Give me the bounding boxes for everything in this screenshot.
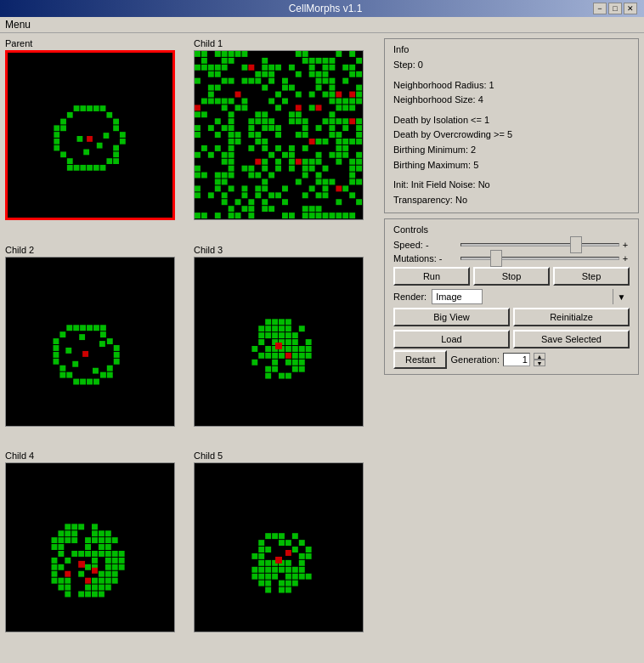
step-button[interactable]: Step [553,267,630,286]
info-neighborhood-radius: Neighborhood Radius: 1 [393,78,630,94]
controls-title: Controls [393,224,630,235]
load-button[interactable]: Load [393,330,510,348]
mutations-label: Mutations: - [393,253,457,264]
parent-label: Parent [5,38,190,48]
child1-container: Child 1 [194,38,379,241]
info-birthing-min: Birthing Minimum: 2 [393,143,630,158]
info-box: Info Step: 0 Neighborhood Radius: 1 Neig… [384,38,639,213]
generation-spinners: ▲ ▼ [534,353,545,366]
right-panel: Info Step: 0 Neighborhood Radius: 1 Neig… [384,38,639,654]
minimize-button[interactable]: − [593,3,607,14]
render-row: Render: Image Color Grayscale ▼ [393,289,630,304]
reinitialize-button[interactable]: Reinitialze [513,308,630,326]
child3-label: Child 3 [194,245,379,255]
child1-canvas[interactable] [194,50,364,220]
load-save-row: Load Save Selected [393,330,630,348]
info-death-overcrowding: Death by Overcrowding >= 5 [393,128,630,143]
child4-canvas[interactable] [5,462,175,632]
restart-generation-row: Restart Generation: ▲ ▼ [393,350,630,369]
title-bar: CellMorphs v1.1 − □ ✕ [0,0,644,17]
run-button[interactable]: Run [393,267,470,286]
render-label: Render: [393,292,427,302]
child2-canvas[interactable] [5,257,175,427]
title-bar-text: CellMorphs v1.1 [58,3,593,14]
big-view-button[interactable]: Big View [393,308,510,326]
child2-label: Child 2 [5,245,190,255]
speed-label: Speed: - [393,240,457,250]
controls-box: Controls Speed: - + Mutations: - + Run S… [384,218,639,375]
render-select-wrapper: Image Color Grayscale ▼ [432,289,630,304]
stop-button[interactable]: Stop [473,267,550,286]
generation-input[interactable] [503,353,530,366]
child5-label: Child 5 [194,450,379,461]
parent-container: Parent [5,38,190,241]
generation-down-button[interactable]: ▼ [534,360,545,366]
speed-row: Speed: - + [393,240,630,250]
child4-container: Child 4 [5,450,190,654]
close-button[interactable]: ✕ [624,3,637,14]
parent-canvas[interactable] [5,50,175,220]
mutations-plus-icon[interactable]: + [621,253,630,264]
info-init: Init: Init Field Noise: No [393,178,630,193]
speed-plus-icon[interactable]: + [621,240,630,250]
mutations-slider[interactable] [460,257,619,260]
select-arrow-icon: ▼ [613,289,630,304]
child3-container: Child 3 [194,245,379,448]
info-birthing-max: Birthing Maximum: 5 [393,158,630,173]
info-title: Info [393,44,630,54]
child5-canvas[interactable] [194,462,364,632]
generation-up-button[interactable]: ▲ [534,353,545,360]
render-select[interactable]: Image Color Grayscale [432,289,483,304]
info-neighborhood-size: Neighborhood Size: 4 [393,93,630,108]
speed-slider[interactable] [460,243,619,246]
menu-bar[interactable]: Menu [0,17,644,33]
save-selected-button[interactable]: Save Selected [513,330,630,348]
child4-label: Child 4 [5,450,190,461]
cell-grid: Parent Child 1 Child 2 Child 3 Child 4 [5,38,379,654]
generation-label: Generation: [450,354,499,365]
big-view-reinit-row: Big View Reinitialze [393,308,630,326]
run-stop-step-row: Run Stop Step [393,267,630,286]
restart-button[interactable]: Restart [393,350,447,369]
child5-container: Child 5 [194,450,379,654]
maximize-button[interactable]: □ [608,3,622,14]
child1-label: Child 1 [194,38,379,48]
info-transparency: Transparency: No [393,193,630,208]
child3-canvas[interactable] [194,257,364,427]
mutations-row: Mutations: - + [393,253,630,264]
info-death-isolation: Death by Isolation <= 1 [393,113,630,128]
child2-container: Child 2 [5,245,190,448]
info-step: Step: 0 [393,58,630,73]
menu-label[interactable]: Menu [5,19,31,31]
